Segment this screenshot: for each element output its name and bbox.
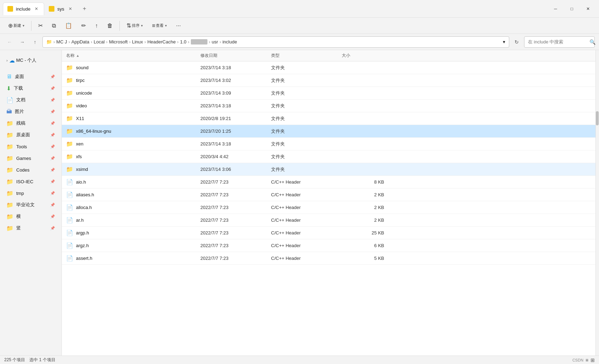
sidebar-item-isoiec[interactable]: 📁 ISO-IEC 📌 [2, 176, 59, 187]
sidebar-item-biye[interactable]: 📁 毕业论文 📌 [2, 199, 59, 210]
sidebar-item-tmp[interactable]: 📁 tmp 📌 [2, 187, 59, 199]
sidebar-item-codes[interactable]: 📁 Codes 📌 [2, 164, 59, 175]
pin-icon-pictures: 📌 [50, 109, 55, 114]
sidebar-item-games[interactable]: 📁 Games 📌 [2, 153, 59, 164]
col-header-type[interactable]: 类型 [271, 53, 342, 59]
new-button[interactable]: ⊕ 新建 ▾ [4, 19, 28, 32]
sidebar-item-desktop[interactable]: 🖥 桌面 📌 [2, 71, 59, 82]
file-date-cell: 2022/7/7 7:23 [200, 230, 271, 235]
delete-button[interactable]: 🗑 [103, 19, 117, 32]
tab-sys-close[interactable]: ✕ [67, 6, 74, 12]
sidebar-item-canjiao[interactable]: 📁 残稿 📌 [2, 118, 59, 129]
tab-include-label: include [16, 6, 30, 12]
rename-button[interactable]: ✏ [77, 19, 90, 32]
table-row[interactable]: 📁 xsimd 2023/7/14 3:06 文件夹 [62, 163, 595, 176]
file-date-cell: 2022/7/7 7:23 [200, 179, 271, 185]
sort-button[interactable]: ⇅ 排序 ▾ [123, 19, 147, 32]
csdn-label: CSDN [572, 358, 583, 362]
scrollbar-thumb[interactable] [596, 111, 599, 125]
address-path[interactable]: 📁 › MC J › AppData › Local › Microsoft ›… [42, 36, 509, 48]
path-mcj[interactable]: MC J [56, 39, 67, 44]
sidebar-item-downloads[interactable]: ⬇ 下载 📌 [2, 83, 59, 94]
paste-button[interactable]: 📋 [61, 19, 76, 32]
sidebar-item-pictures[interactable]: 🏔 图片 📌 [2, 106, 59, 117]
table-row[interactable]: 📁 xen 2023/7/14 3:18 文件夹 [62, 138, 595, 150]
sidebar-item-yuanzhuomian[interactable]: 📁 原桌面 📌 [2, 129, 59, 141]
table-row[interactable]: 📄 ar.h 2022/7/7 7:23 C/C++ Header 2 KB [62, 214, 595, 227]
close-button[interactable]: ✕ [580, 3, 596, 14]
view-grid-icon[interactable]: ⊞ [591, 357, 595, 363]
path-linux[interactable]: Linux [132, 39, 143, 44]
forward-button[interactable]: → [17, 37, 28, 47]
more-button[interactable]: ··· [172, 19, 184, 32]
table-row[interactable]: 📄 aio.h 2022/7/7 7:23 C/C++ Header 8 KB [62, 176, 595, 189]
status-item-count: 225 个项目 [4, 357, 25, 363]
path-hidden[interactable]: ... [191, 39, 207, 44]
path-appdata[interactable]: AppData [71, 39, 89, 44]
table-row[interactable]: 📁 tirpc 2023/7/14 3:02 文件夹 [62, 74, 595, 87]
minimize-button[interactable]: ─ [547, 3, 564, 14]
pin-icon-tools: 📌 [50, 144, 55, 149]
file-icon: 📄 [66, 242, 73, 249]
sidebar-item-tools[interactable]: 📁 Tools 📌 [2, 141, 59, 152]
col-header-name[interactable]: 名称 ▲ [66, 53, 200, 59]
maximize-button[interactable]: □ [564, 3, 580, 14]
table-row[interactable]: 📁 X11 2020/2/8 19:21 文件夹 [62, 112, 595, 125]
folder-icon: 📁 [66, 128, 73, 135]
pin-icon-tmp: 📌 [50, 191, 55, 196]
pin-icon-zhu: 📌 [50, 226, 55, 231]
file-type-cell: 文件夹 [271, 90, 342, 96]
table-row[interactable]: 📄 assert.h 2022/7/7 7:23 C/C++ Header 5 … [62, 252, 595, 265]
table-row[interactable]: 📄 alloca.h 2022/7/7 7:23 C/C++ Header 2 … [62, 201, 595, 214]
file-icon: 📄 [66, 179, 73, 185]
pin-icon-codes: 📌 [50, 168, 55, 172]
path-include[interactable]: include [222, 39, 237, 44]
back-button[interactable]: ← [4, 37, 15, 47]
sidebar-item-heng[interactable]: 📁 横 📌 [2, 211, 59, 222]
col-header-size[interactable]: 大小 [342, 53, 384, 59]
sidebar-item-zhu[interactable]: 📁 竖 📌 [2, 222, 59, 234]
table-row[interactable]: 📄 argz.h 2022/7/7 7:23 C/C++ Header 6 KB [62, 239, 595, 252]
cut-button[interactable]: ✂ [34, 19, 47, 32]
search-input[interactable] [528, 39, 587, 44]
tab-include[interactable]: include ✕ [3, 2, 44, 15]
heng-icon: 📁 [6, 213, 13, 220]
col-header-date[interactable]: 修改日期 [200, 53, 271, 59]
path-headercache[interactable]: HeaderCache [147, 39, 176, 44]
table-row[interactable]: 📁 video 2023/7/14 3:18 文件夹 [62, 100, 595, 112]
table-row[interactable]: 📁 sound 2023/7/14 3:18 文件夹 [62, 61, 595, 74]
path-usr[interactable]: usr [212, 39, 218, 44]
status-selected: 选中 1 个项目 [29, 357, 55, 363]
new-label: 新建 [13, 23, 21, 28]
tab-sys-label: sys [57, 6, 64, 12]
path-dropdown-arrow[interactable]: ▾ [503, 39, 505, 44]
window-controls: ─ □ ✕ [547, 3, 596, 14]
tab-include-close[interactable]: ✕ [33, 6, 40, 12]
sidebar-expand-arrow[interactable]: › ☁ MC - 个人 [2, 55, 59, 66]
tab-sys[interactable]: sys ✕ [44, 2, 78, 15]
view-button[interactable]: ≡ 查看 ▾ [148, 19, 171, 32]
path-microsoft[interactable]: Microsoft [109, 39, 128, 44]
table-row[interactable]: 📁 unicode 2023/7/14 3:09 文件夹 [62, 87, 595, 100]
file-name-text: aliases.h [76, 192, 94, 197]
new-tab-button[interactable]: ＋ [80, 4, 89, 14]
copy-button[interactable]: ⧉ [48, 19, 60, 32]
documents-icon: 📄 [6, 97, 13, 103]
table-row[interactable]: 📁 xfs 2020/3/4 4:42 文件夹 [62, 150, 595, 163]
share-button[interactable]: ↑ [91, 19, 102, 32]
table-row[interactable]: 📁 x86_64-linux-gnu 2023/7/20 1:25 文件夹 [62, 125, 595, 138]
file-date-cell: 2022/7/7 7:23 [200, 192, 271, 197]
path-local[interactable]: Local [94, 39, 105, 44]
refresh-button[interactable]: ↻ [511, 37, 522, 47]
file-name-text: tirpc [76, 78, 85, 83]
view-list-icon[interactable]: ≡ [586, 357, 588, 363]
path-icon: 📁 [46, 39, 52, 44]
file-type-cell: 文件夹 [271, 65, 342, 71]
table-row[interactable]: 📄 argp.h 2022/7/7 7:23 C/C++ Header 25 K… [62, 227, 595, 239]
sidebar-item-documents[interactable]: 📄 文档 📌 [2, 94, 59, 106]
path-version[interactable]: 1.0 [180, 39, 186, 44]
file-type-cell: 文件夹 [271, 166, 342, 173]
table-row[interactable]: 📄 aliases.h 2022/7/7 7:23 C/C++ Header 2… [62, 189, 595, 201]
up-button[interactable]: ↑ [30, 37, 40, 47]
folder-icon: 📁 [66, 90, 73, 96]
